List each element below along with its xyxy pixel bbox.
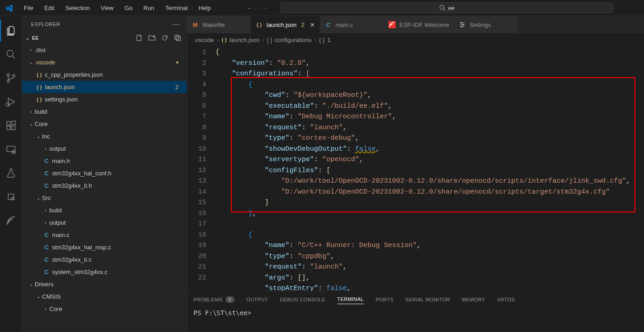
svg-line-1	[443, 9, 445, 11]
menu-file[interactable]: File	[19, 3, 38, 13]
chevron-right-icon: ›	[42, 146, 49, 151]
explorer-sidebar: EXPLORER ⋯ ⌄ EE ›.dist ⌄.vscode• { }c_cp…	[22, 16, 187, 332]
tree-file-mainh[interactable]: Cmain.h	[22, 155, 187, 167]
remote-icon	[5, 144, 16, 155]
espressif-icon	[388, 21, 396, 28]
tree-folder-inc[interactable]: ⌄Inc	[22, 130, 187, 142]
chevron-right-icon: ›	[42, 208, 49, 213]
tree-file-ccpp[interactable]: { }c_cpp_properties.json	[22, 69, 187, 81]
modified-dot-icon: •	[176, 58, 181, 67]
tree-folder-build[interactable]: ›build	[22, 105, 187, 118]
svg-point-4	[7, 74, 9, 76]
breadcrumb-folder[interactable]: .vscode	[194, 37, 214, 43]
panel-tab-xrtos[interactable]: XRTOS	[497, 295, 515, 304]
search-text: ee	[448, 5, 455, 11]
menu-selection[interactable]: Selection	[61, 3, 94, 13]
json-icon: { }	[35, 72, 44, 78]
c-file-icon: C	[42, 256, 51, 263]
editor-area: MMakefile { }launch.json2✕ Cmain.c ESP-I…	[187, 16, 644, 332]
tree-file-settings[interactable]: { }settings.json	[22, 93, 187, 105]
json-icon: { }	[35, 97, 44, 102]
new-folder-icon[interactable]	[148, 34, 156, 42]
new-file-icon[interactable]	[136, 34, 143, 42]
c-file-icon: C	[42, 182, 51, 189]
tree-folder-vscode[interactable]: ⌄.vscode•	[22, 56, 187, 69]
svg-rect-8	[7, 121, 10, 125]
svg-rect-11	[12, 121, 16, 125]
tree-file-itc[interactable]: Cstm32g4xx_it.c	[22, 253, 187, 266]
code-content[interactable]: { "version": "0.2.0", "configurations": …	[215, 46, 644, 291]
tab-makefile[interactable]: MMakefile	[187, 16, 251, 33]
menu-run[interactable]: Run	[139, 3, 159, 13]
tree-file-halmsp[interactable]: Cstm32g4xx_hal_msp.c	[22, 241, 187, 253]
activity-run-debug[interactable]	[0, 91, 22, 113]
tab-settings[interactable]: Settings	[454, 16, 518, 33]
nav-forward-icon[interactable]: →	[260, 4, 269, 12]
tree-folder-output[interactable]: ›output	[22, 142, 187, 155]
menu-edit[interactable]: Edit	[40, 3, 59, 13]
svg-point-23	[462, 24, 464, 26]
json-icon: { }	[256, 22, 263, 27]
svg-rect-10	[11, 126, 15, 130]
code-editor[interactable]: 12345678910111213141516171819202122 { "v…	[187, 46, 644, 291]
explorer-more-icon[interactable]: ⋯	[173, 20, 180, 28]
chevron-right-icon: ›	[42, 220, 49, 225]
json-icon: { }	[35, 84, 44, 90]
panel-tab-memory[interactable]: MEMORY	[462, 295, 485, 304]
tab-close-icon[interactable]: ✕	[310, 21, 315, 28]
collapse-icon[interactable]	[174, 34, 181, 42]
menu-go[interactable]: Go	[120, 3, 137, 13]
breadcrumb-configurations[interactable]: configurations	[275, 37, 312, 43]
tab-mainc[interactable]: Cmain.c	[320, 16, 384, 33]
tree-file-mainc[interactable]: Cmain.c	[22, 229, 187, 241]
tree-folder-build2[interactable]: ›build	[22, 204, 187, 216]
tree-file-ith[interactable]: Cstm32g4xx_it.h	[22, 179, 187, 192]
tree-folder-dist[interactable]: ›.dist	[22, 44, 187, 56]
tree-folder-cmsis[interactable]: ⌄CMSIS	[22, 290, 187, 303]
vscode-logo-icon	[5, 4, 13, 11]
tree-folder-core[interactable]: ⌄Core	[22, 118, 187, 130]
explorer-root-section[interactable]: ⌄ EE	[22, 32, 187, 44]
panel-tab-output[interactable]: OUTPUT	[246, 295, 268, 304]
refresh-icon[interactable]	[161, 34, 168, 42]
panel-tab-terminal[interactable]: TERMINAL	[337, 295, 364, 304]
activity-espressif[interactable]	[0, 210, 22, 232]
panel-tab-ports[interactable]: PORTS	[376, 295, 393, 304]
svg-rect-12	[7, 146, 15, 152]
svg-point-5	[7, 80, 9, 83]
menu-help[interactable]: Help	[194, 3, 215, 13]
terminal-body[interactable]: PS F:\ST\st\ee>	[187, 307, 644, 332]
menu-terminal[interactable]: Terminal	[161, 3, 192, 13]
panel-tab-debug-console[interactable]: DEBUG CONSOLE	[280, 295, 325, 304]
breadcrumb-index[interactable]: 1	[327, 37, 330, 43]
activity-remote[interactable]	[0, 138, 22, 160]
tree-folder-src[interactable]: ⌄Src	[22, 192, 187, 204]
chevron-right-icon: ›	[262, 37, 264, 43]
activity-extensions[interactable]	[0, 115, 22, 137]
panel-tab-problems[interactable]: PROBLEMS2	[194, 295, 235, 305]
tree-file-halconf[interactable]: Cstm32g4xx_hal_conf.h	[22, 167, 187, 179]
menu-view[interactable]: View	[96, 3, 118, 13]
tab-launch[interactable]: { }launch.json2✕	[251, 16, 320, 33]
chevron-down-icon: ⌄	[27, 282, 35, 287]
tree-folder-core2[interactable]: ›Core	[22, 303, 187, 315]
tab-bar: MMakefile { }launch.json2✕ Cmain.c ESP-I…	[187, 16, 644, 33]
breadcrumb-file[interactable]: launch.json	[230, 37, 260, 43]
tree-folder-drivers[interactable]: ⌄Drivers	[22, 278, 187, 290]
svg-point-25	[461, 26, 462, 27]
breadcrumb[interactable]: .vscode › { } launch.json › [ ] configur…	[187, 33, 644, 46]
command-center-search[interactable]: ee	[280, 2, 613, 13]
activity-esp-idf[interactable]	[0, 186, 22, 208]
nav-back-icon[interactable]: ←	[245, 4, 254, 12]
activity-testing[interactable]	[0, 162, 22, 184]
files-icon	[5, 25, 16, 36]
activity-explorer[interactable]	[0, 20, 22, 42]
tab-espidf[interactable]: ESP-IDF Welcome	[384, 16, 454, 33]
tree-file-launch[interactable]: { }launch.json2	[22, 81, 187, 93]
activity-source-control[interactable]	[0, 67, 22, 89]
activity-search[interactable]	[0, 43, 22, 65]
tree-file-system[interactable]: Csystem_stm32g4xx.c	[22, 266, 187, 278]
panel-tab-serial[interactable]: SERIAL MONITOR	[405, 295, 450, 304]
tree-folder-output2[interactable]: ›output	[22, 216, 187, 229]
c-file-icon: C	[42, 170, 51, 177]
